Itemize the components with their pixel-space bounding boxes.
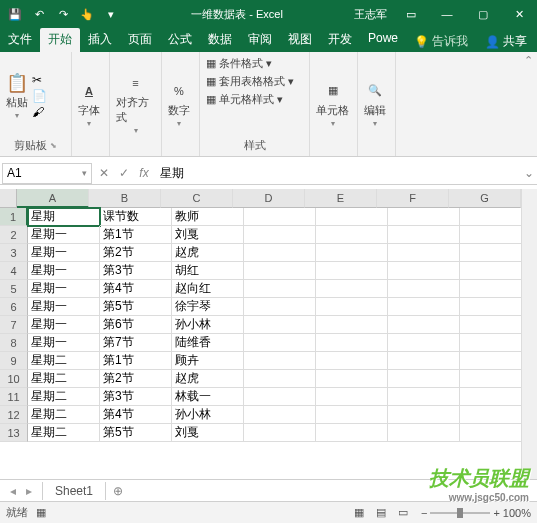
tab-home[interactable]: 开始 <box>40 28 80 52</box>
cell[interactable]: 刘戛 <box>172 424 244 442</box>
cell[interactable] <box>388 208 460 226</box>
cell[interactable] <box>244 424 316 442</box>
column-header[interactable]: A <box>17 189 89 208</box>
cell[interactable] <box>316 406 388 424</box>
format-painter-icon[interactable]: 🖌 <box>32 105 47 119</box>
cell[interactable] <box>388 280 460 298</box>
column-header[interactable]: G <box>449 189 521 208</box>
cond-format-button[interactable]: ▦ 条件格式 ▾ <box>204 55 274 72</box>
cell[interactable]: 星期一 <box>28 334 100 352</box>
column-header[interactable]: E <box>305 189 377 208</box>
sheet-nav-last[interactable]: ▸ <box>22 484 36 498</box>
tab-data[interactable]: 数据 <box>200 28 240 52</box>
row-header[interactable]: 6 <box>0 298 28 316</box>
cell[interactable] <box>460 406 521 424</box>
cell[interactable] <box>244 280 316 298</box>
cell[interactable] <box>316 334 388 352</box>
editing-button[interactable]: 🔍编辑▾ <box>362 78 388 130</box>
cell[interactable] <box>244 370 316 388</box>
cell[interactable] <box>244 208 316 226</box>
row-header[interactable]: 8 <box>0 334 28 352</box>
cell[interactable]: 第7节 <box>100 334 172 352</box>
close-icon[interactable]: ✕ <box>501 8 537 21</box>
cell[interactable]: 第2节 <box>100 370 172 388</box>
vertical-scrollbar[interactable] <box>521 189 537 479</box>
column-header[interactable]: F <box>377 189 449 208</box>
cell[interactable] <box>388 226 460 244</box>
share-button[interactable]: 👤共享 <box>477 28 537 52</box>
tab-power[interactable]: Powe <box>360 28 406 52</box>
fb-confirm[interactable]: ✓ <box>114 166 134 180</box>
table-format-button[interactable]: ▦ 套用表格格式 ▾ <box>204 73 296 90</box>
cell[interactable] <box>388 334 460 352</box>
sheet-tab[interactable]: Sheet1 <box>42 482 106 500</box>
sheet-nav-first[interactable]: ◂ <box>6 484 20 498</box>
row-header[interactable]: 2 <box>0 226 28 244</box>
row-header[interactable]: 7 <box>0 316 28 334</box>
cell[interactable] <box>460 298 521 316</box>
tab-insert[interactable]: 插入 <box>80 28 120 52</box>
cell[interactable] <box>316 370 388 388</box>
align-button[interactable]: ≡对齐方式▾ <box>114 70 157 137</box>
cell[interactable]: 第4节 <box>100 280 172 298</box>
cell[interactable]: 星期二 <box>28 352 100 370</box>
cell[interactable] <box>244 334 316 352</box>
cell[interactable]: 陆维香 <box>172 334 244 352</box>
cell[interactable]: 顾卉 <box>172 352 244 370</box>
cell[interactable] <box>460 262 521 280</box>
row-header[interactable]: 4 <box>0 262 28 280</box>
fb-cancel[interactable]: ✕ <box>94 166 114 180</box>
cell[interactable]: 赵虎 <box>172 370 244 388</box>
tab-view[interactable]: 视图 <box>280 28 320 52</box>
cell[interactable]: 孙小林 <box>172 316 244 334</box>
tab-formula[interactable]: 公式 <box>160 28 200 52</box>
paste-button[interactable]: 📋 粘贴 ▾ <box>4 70 30 122</box>
cell[interactable] <box>460 208 521 226</box>
cell[interactable] <box>460 226 521 244</box>
ribbon-options-icon[interactable]: ▭ <box>393 8 429 21</box>
qat-more-icon[interactable]: ▾ <box>100 3 122 25</box>
redo-icon[interactable]: ↷ <box>52 3 74 25</box>
name-box[interactable]: A1▾ <box>2 163 92 184</box>
cell[interactable] <box>244 388 316 406</box>
cell[interactable] <box>460 352 521 370</box>
cell[interactable]: 刘戛 <box>172 226 244 244</box>
column-header[interactable]: B <box>89 189 161 208</box>
cell[interactable]: 第6节 <box>100 316 172 334</box>
cell[interactable] <box>244 298 316 316</box>
cell[interactable] <box>316 226 388 244</box>
tab-dev[interactable]: 开发 <box>320 28 360 52</box>
cell[interactable] <box>244 316 316 334</box>
view-normal-icon[interactable]: ▦ <box>349 505 369 520</box>
font-button[interactable]: A字体▾ <box>76 78 102 130</box>
minimize-icon[interactable]: — <box>429 8 465 21</box>
row-header[interactable]: 10 <box>0 370 28 388</box>
cell[interactable] <box>316 316 388 334</box>
cell[interactable] <box>460 316 521 334</box>
cell[interactable] <box>316 244 388 262</box>
cell[interactable] <box>244 352 316 370</box>
cell[interactable]: 第3节 <box>100 388 172 406</box>
cell[interactable] <box>388 262 460 280</box>
cell[interactable] <box>388 298 460 316</box>
cell[interactable] <box>316 280 388 298</box>
cell[interactable]: 星期一 <box>28 298 100 316</box>
cell[interactable] <box>244 226 316 244</box>
undo-icon[interactable]: ↶ <box>28 3 50 25</box>
expand-fb-icon[interactable]: ⌄ <box>521 166 537 180</box>
cell[interactable]: 星期二 <box>28 424 100 442</box>
cut-icon[interactable]: ✂ <box>32 73 47 87</box>
cell[interactable]: 星期二 <box>28 406 100 424</box>
cell[interactable]: 星期一 <box>28 226 100 244</box>
zoom-level[interactable]: 100% <box>503 507 531 519</box>
row-header[interactable]: 9 <box>0 352 28 370</box>
cell[interactable] <box>460 424 521 442</box>
zoom-in-button[interactable]: + <box>493 507 499 519</box>
add-sheet-button[interactable]: ⊕ <box>106 484 130 498</box>
cell[interactable] <box>316 262 388 280</box>
fx-icon[interactable]: fx <box>134 166 154 180</box>
cell[interactable] <box>460 244 521 262</box>
cell[interactable]: 星期 <box>28 208 100 226</box>
cell[interactable] <box>460 370 521 388</box>
user-name[interactable]: 王志军 <box>348 7 393 22</box>
